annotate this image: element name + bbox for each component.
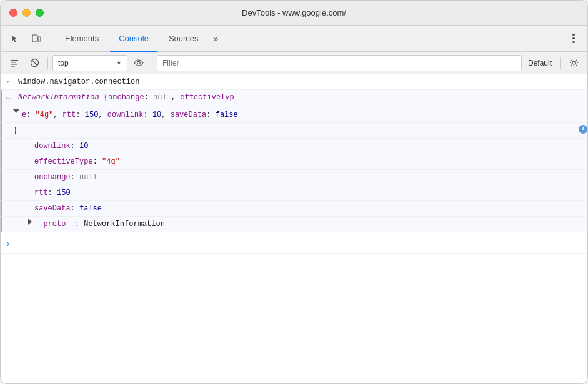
closing-brace: } bbox=[13, 125, 576, 136]
output-summary-line1: NetworkInformation {onchange: null, effe… bbox=[18, 92, 587, 103]
bottom-prompt-icon: › bbox=[6, 237, 14, 251]
console-toolbar-divider bbox=[47, 57, 48, 69]
console-closing-brace: } i bbox=[1, 123, 587, 139]
tab-elements[interactable]: Elements bbox=[56, 26, 107, 52]
device-toggle-button[interactable] bbox=[27, 30, 46, 47]
console-input-entry: › window.navigator.connection bbox=[1, 74, 587, 90]
context-label: top bbox=[58, 59, 69, 67]
prop-onchange: onchange: null bbox=[1, 170, 587, 185]
default-level-label: Default bbox=[524, 59, 556, 67]
devtools-menu-button[interactable] bbox=[565, 30, 582, 47]
console-bottom-prompt[interactable]: › bbox=[1, 235, 587, 254]
more-tabs-button[interactable]: » bbox=[210, 30, 222, 47]
proto-expand-icon bbox=[28, 219, 32, 225]
output-prompt: ← bbox=[6, 92, 14, 105]
svg-rect-5 bbox=[11, 66, 15, 67]
prop-key-savedata: saveData bbox=[34, 204, 71, 213]
ni-classname: NetworkInformation bbox=[18, 93, 104, 102]
block-console-button[interactable] bbox=[26, 55, 43, 71]
prop-val-effectivetype: "4g" bbox=[102, 157, 120, 166]
info-badge[interactable]: i bbox=[579, 125, 587, 134]
cursor-tool-button[interactable] bbox=[6, 30, 24, 47]
svg-point-9 bbox=[572, 61, 576, 64]
prop-key-onchange: onchange bbox=[34, 173, 71, 182]
eye-button[interactable] bbox=[130, 55, 147, 71]
prop-proto[interactable]: __proto__: NetworkInformation bbox=[1, 217, 587, 232]
console-settings-button[interactable] bbox=[565, 55, 582, 71]
console-content: › window.navigator.connection ← NetworkI… bbox=[1, 74, 587, 384]
prop-val-rtt: 150 bbox=[57, 189, 71, 197]
prop-downlink: downlink: 10 bbox=[1, 139, 587, 154]
input-prompt: › bbox=[6, 76, 14, 87]
close-button[interactable] bbox=[9, 9, 17, 17]
prop-savedata: saveData: false bbox=[1, 201, 587, 217]
window-title: DevTools - www.google.com/ bbox=[242, 8, 346, 17]
prop-key-rtt: rtt bbox=[34, 189, 48, 197]
svg-rect-0 bbox=[32, 35, 37, 42]
svg-rect-2 bbox=[11, 60, 18, 61]
console-divider-2 bbox=[152, 57, 152, 69]
output-summary-line2: e: "4g", rtt: 150, downlink: 10, saveDat… bbox=[22, 109, 587, 121]
tab-sources[interactable]: Sources bbox=[160, 26, 207, 52]
console-output-line2[interactable]: e: "4g", rtt: 150, downlink: 10, saveDat… bbox=[1, 107, 587, 123]
proto-value: NetworkInformation bbox=[84, 220, 165, 229]
minimize-button[interactable] bbox=[22, 9, 31, 17]
svg-rect-3 bbox=[11, 62, 16, 63]
bottom-input-area[interactable] bbox=[18, 237, 587, 247]
prop-val-downlink: 10 bbox=[79, 142, 88, 150]
svg-rect-4 bbox=[11, 64, 17, 65]
prop-key-effectivetype: effectiveType bbox=[34, 157, 93, 166]
toolbar-right bbox=[565, 30, 582, 47]
traffic-lights bbox=[9, 9, 44, 17]
svg-rect-1 bbox=[38, 37, 41, 41]
proto-key: __proto__ bbox=[34, 220, 75, 229]
console-output-entry: ← NetworkInformation {onchange: null, ef… bbox=[1, 90, 587, 107]
main-toolbar: Elements Console Sources » bbox=[1, 26, 587, 52]
prop-key-downlink: downlink bbox=[34, 142, 71, 150]
clear-console-button[interactable] bbox=[6, 55, 23, 71]
maximize-button[interactable] bbox=[36, 9, 44, 17]
filter-input[interactable] bbox=[157, 55, 522, 71]
prop-effectivetype: effectiveType: "4g" bbox=[1, 154, 587, 170]
prop-val-savedata: false bbox=[79, 204, 102, 213]
console-toolbar: top ▼ Default bbox=[1, 52, 587, 74]
console-divider-3 bbox=[560, 57, 561, 69]
svg-point-8 bbox=[137, 61, 140, 64]
prop-rtt: rtt: 150 bbox=[1, 185, 587, 201]
context-selector-arrow: ▼ bbox=[116, 60, 122, 66]
context-selector[interactable]: top ▼ bbox=[52, 55, 127, 71]
toolbar-divider-2 bbox=[227, 32, 227, 46]
svg-line-7 bbox=[32, 60, 37, 66]
expand-triangle-icon bbox=[13, 109, 19, 113]
titlebar: DevTools - www.google.com/ bbox=[1, 1, 587, 26]
toolbar-divider-1 bbox=[51, 32, 51, 46]
console-input-text[interactable]: window.navigator.connection bbox=[18, 76, 587, 87]
prop-val-onchange: null bbox=[79, 173, 97, 182]
tab-console[interactable]: Console bbox=[110, 26, 157, 52]
